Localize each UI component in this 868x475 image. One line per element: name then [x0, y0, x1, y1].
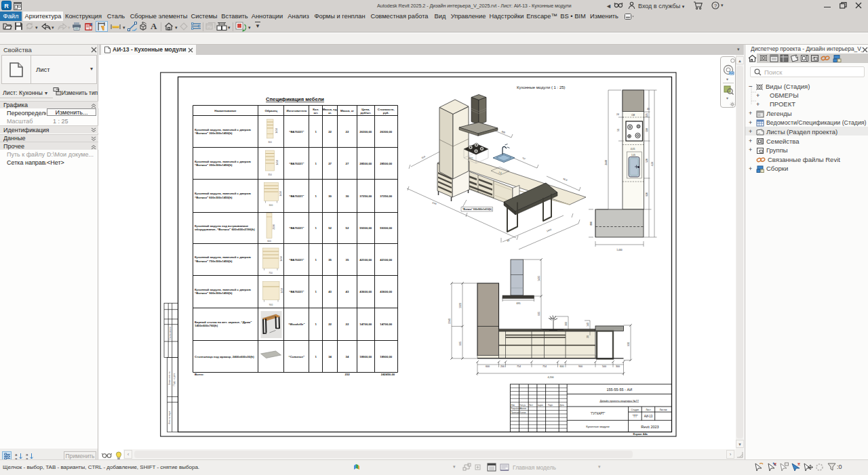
- svg-text:20: 20: [587, 335, 589, 338]
- svg-text:Спецификация мебели: Спецификация мебели: [266, 96, 324, 102]
- svg-text:Кухонные модули ( 1 : 25): Кухонные модули ( 1 : 25): [517, 85, 566, 89]
- svg-text:“ГУГКАРТ”: “ГУГКАРТ”: [590, 412, 605, 415]
- svg-text:Кухонный модуль, навесной с дв: Кухонный модуль, навесной с дверью: [195, 255, 251, 259]
- svg-text:18900,00: 18900,00: [380, 355, 393, 358]
- svg-text:кг.: кг.: [328, 111, 332, 115]
- svg-text:18900,00: 18900,00: [359, 355, 372, 358]
- svg-text:Подп. и дата: Подп. и дата: [173, 373, 176, 386]
- svg-text:750: 750: [269, 272, 273, 274]
- svg-text:“Волжск” 900х300х1450(h): “Волжск” 900х300х1450(h): [195, 291, 233, 295]
- svg-text:Столешница под мрамор, 2400х60: Столешница под мрамор, 2400х600х30(h): [195, 355, 254, 358]
- svg-text:Лист: Лист: [646, 409, 651, 411]
- svg-text:35: 35: [346, 258, 349, 262]
- svg-text:1450: 1450: [280, 256, 283, 262]
- svg-text:Масса, ед.: Масса, ед.: [322, 108, 337, 111]
- svg-text:34: 34: [346, 355, 349, 358]
- svg-text:Дата: Дата: [560, 404, 565, 407]
- svg-text:4,05: 4,05: [631, 148, 635, 150]
- svg-text:Формат А4а: Формат А4а: [633, 433, 648, 436]
- svg-text:52: 52: [346, 226, 349, 230]
- svg-text:Изм.: Изм.: [511, 404, 515, 407]
- svg-text:“ВА70221”: “ВА70221”: [289, 226, 304, 230]
- svg-text:руб/шт.: руб/шт.: [360, 111, 371, 115]
- svg-text:Дизайн проекта квартиры №77: Дизайн проекта квартиры №77: [600, 399, 639, 402]
- svg-text:695: 695: [517, 302, 521, 305]
- svg-text:22: 22: [346, 323, 349, 326]
- svg-text:?: ?: [714, 3, 717, 9]
- svg-text:27: 27: [346, 162, 349, 165]
- svg-text:235: 235: [646, 113, 648, 117]
- svg-text:1,05: 1,05: [631, 154, 635, 157]
- svg-text:200: 200: [500, 365, 505, 368]
- svg-text:600: 600: [560, 365, 564, 368]
- svg-text:59300,00: 59300,00: [359, 226, 372, 230]
- svg-text:1450: 1450: [276, 160, 279, 165]
- svg-text:22: 22: [328, 130, 332, 133]
- svg-text:52: 52: [328, 226, 332, 230]
- svg-text:“Волжск” 300х300х1450(h): “Волжск” 300х300х1450(h): [195, 131, 233, 135]
- svg-text:800: 800: [590, 222, 593, 226]
- svg-text:“ВА70221”: “ВА70221”: [289, 258, 304, 262]
- svg-text:1320: 1320: [459, 303, 462, 308]
- svg-text:300: 300: [268, 141, 272, 144]
- svg-text:Листов: Листов: [660, 409, 667, 411]
- svg-text:26300,00: 26300,00: [359, 130, 372, 133]
- svg-text:Образец: Образец: [265, 109, 278, 112]
- svg-text:1450: 1450: [281, 288, 283, 293]
- svg-text:“Woodville”: “Woodville”: [288, 323, 305, 326]
- svg-text:37250,00: 37250,00: [380, 194, 393, 198]
- svg-text:Подп.: Подп.: [548, 404, 553, 407]
- svg-text:Кол.: Кол.: [313, 108, 319, 111]
- svg-text:Взам. инв. №: Взам. инв. №: [168, 371, 171, 385]
- svg-text:Кол.уч.: Кол.уч.: [520, 404, 526, 407]
- svg-text:Кухонный модуль, навесной с дв: Кухонный модуль, навесной с дверью: [195, 192, 251, 195]
- svg-text:37250,00: 37250,00: [359, 194, 372, 198]
- svg-text:Наименование: Наименование: [214, 109, 237, 112]
- svg-text:43: 43: [346, 290, 349, 293]
- svg-text:300: 300: [616, 365, 620, 368]
- svg-text:43600,00: 43600,00: [359, 290, 372, 293]
- svg-text:Стадия: Стадия: [631, 409, 639, 411]
- svg-text:Барный столик на мет. каркасе,: Барный столик на мет. каркасе, “Дрим”: [195, 321, 252, 324]
- svg-text:59300,00: 59300,00: [380, 226, 393, 230]
- svg-text:22: 22: [328, 323, 332, 326]
- svg-text:Кухонный модуль, навесной с дв: Кухонный модуль, навесной с дверью: [195, 128, 251, 131]
- svg-text:24: 24: [616, 113, 619, 116]
- svg-text:155-55-55 - АИ: 155-55-55 - АИ: [607, 388, 633, 392]
- svg-text:26300,00: 26300,00: [380, 130, 393, 133]
- svg-text:Кухонный модуль, навесной с дв: Кухонный модуль, навесной с дверью: [195, 160, 251, 163]
- svg-text:Revit 2023: Revit 2023: [641, 425, 658, 429]
- svg-text:Масса, кг: Масса, кг: [340, 109, 354, 112]
- svg-text:1450: 1450: [279, 191, 282, 197]
- svg-text:900: 900: [578, 365, 583, 368]
- svg-text:40: 40: [647, 108, 650, 110]
- svg-text:Изготовитель: Изготовитель: [286, 109, 307, 112]
- svg-text:4,34: 4,34: [651, 162, 654, 167]
- svg-text:27: 27: [328, 162, 332, 165]
- svg-text:Кухонный модуль под встраиваем: Кухонный модуль под встраиваемое: [195, 224, 249, 228]
- svg-text:935: 935: [459, 342, 462, 346]
- svg-text:754: 754: [517, 365, 521, 368]
- svg-text:“ТТ”: “ТТ”: [632, 415, 638, 418]
- svg-text:“ВА70221”: “ВА70221”: [289, 290, 304, 293]
- svg-text:300: 300: [565, 322, 568, 326]
- svg-text:Проверил: Проверил: [511, 411, 520, 414]
- svg-text:Всего:: Всего:: [195, 373, 204, 376]
- svg-text:34: 34: [328, 355, 332, 358]
- svg-text:30: 30: [328, 194, 332, 198]
- svg-text:“ВА70221”: “ВА70221”: [289, 130, 304, 133]
- svg-text:1450х600х760(h): 1450х600х760(h): [195, 324, 218, 327]
- svg-text:30: 30: [346, 194, 349, 198]
- svg-text:510: 510: [646, 128, 648, 132]
- svg-text:СМ: СМ: [631, 114, 635, 117]
- svg-text:R: R: [4, 3, 9, 9]
- svg-text:Лист: Лист: [529, 404, 534, 407]
- svg-text:520: 520: [646, 159, 648, 163]
- svg-text:Цена,: Цена,: [361, 108, 370, 111]
- svg-text:руб.: руб.: [383, 111, 389, 115]
- svg-text:600: 600: [267, 240, 271, 243]
- svg-text:900: 900: [269, 304, 273, 306]
- svg-text:22: 22: [346, 130, 349, 133]
- svg-text:754: 754: [542, 365, 547, 368]
- svg-text:42100,00: 42100,00: [380, 258, 393, 262]
